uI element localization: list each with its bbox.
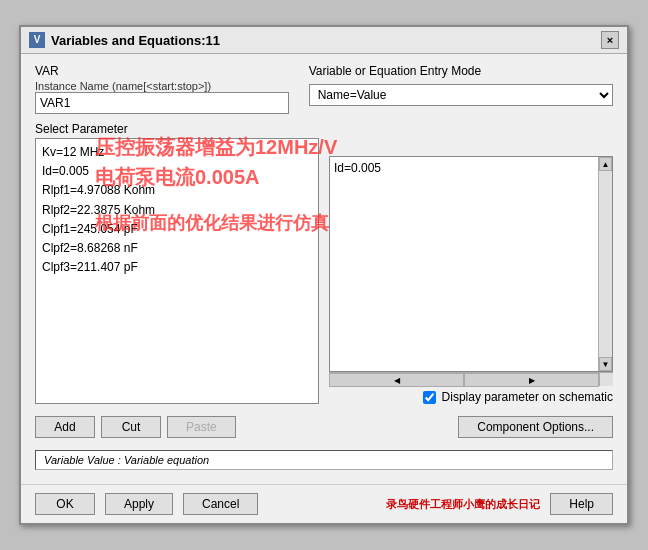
mode-label: Variable or Equation Entry Mode: [309, 64, 613, 78]
list-item[interactable]: Clpf2=8.68268 nF: [40, 239, 314, 258]
list-item[interactable]: Clpf3=211.407 pF: [40, 258, 314, 277]
mid-area: Select Parameter Kv=12 MHz Id=0.005 Rlpf…: [35, 122, 613, 404]
equation-text[interactable]: Id=0.005: [330, 157, 598, 371]
equation-wrapper: Id=0.005 ▲ ▼: [329, 156, 613, 372]
scroll-corner: [599, 372, 613, 386]
dialog-icon: V: [29, 32, 45, 48]
list-item[interactable]: Rlpf1=4.97088 Kohm: [40, 181, 314, 200]
display-checkbox-row: Display parameter on schematic: [329, 390, 613, 404]
scroll-right-btn[interactable]: ▶: [464, 373, 599, 387]
list-item[interactable]: Id=0.005: [40, 162, 314, 181]
list-item[interactable]: Clpf1=245.054 pF: [40, 220, 314, 239]
ok-button[interactable]: OK: [35, 493, 95, 515]
eq-bottom: ◀ ▶: [329, 372, 613, 386]
scroll-left-btn[interactable]: ◀: [329, 373, 464, 387]
dialog-content: VAR Instance Name (name[<start:stop>]) V…: [21, 54, 627, 484]
equation-section: placeholder Id=0.005 ▲ ▼: [329, 122, 613, 404]
close-button[interactable]: ×: [601, 31, 619, 49]
list-item[interactable]: Rlpf2=22.3875 Kohm: [40, 201, 314, 220]
status-bar: Variable Value : Variable equation: [35, 450, 613, 470]
action-buttons-row: Add Cut Paste Component Options...: [35, 416, 613, 438]
eq-scroll-h[interactable]: ◀ ▶: [329, 372, 599, 386]
paste-button[interactable]: Paste: [167, 416, 236, 438]
select-param-label: Select Parameter: [35, 122, 319, 136]
display-checkbox[interactable]: [423, 391, 436, 404]
bottom-buttons: OK Apply Cancel 录鸟硬件工程师小鹰的成长日记 Help: [21, 484, 627, 523]
variables-equations-dialog: V Variables and Equations:11 × VAR Insta…: [19, 25, 629, 525]
scroll-track-v: [599, 171, 612, 357]
apply-button[interactable]: Apply: [105, 493, 173, 515]
mode-select[interactable]: Name=Value Name=Expression Equation: [309, 84, 613, 106]
eq-scroll-v[interactable]: ▲ ▼: [598, 157, 612, 371]
logo-text: 录鸟硬件工程师小鹰的成长日记: [386, 497, 540, 512]
top-row: VAR Instance Name (name[<start:stop>]) V…: [35, 64, 613, 114]
var-label: VAR: [35, 64, 289, 78]
dialog-title: Variables and Equations:11: [51, 33, 220, 48]
display-checkbox-label: Display parameter on schematic: [442, 390, 613, 404]
help-button[interactable]: Help: [550, 493, 613, 515]
mode-section: Variable or Equation Entry Mode Name=Val…: [309, 64, 613, 106]
component-options-button[interactable]: Component Options...: [458, 416, 613, 438]
instance-name-label: Instance Name (name[<start:stop>]): [35, 80, 289, 92]
scroll-down-btn[interactable]: ▼: [599, 357, 612, 371]
params-list[interactable]: Kv=12 MHz Id=0.005 Rlpf1=4.97088 Kohm Rl…: [35, 138, 319, 404]
add-button[interactable]: Add: [35, 416, 95, 438]
cut-button[interactable]: Cut: [101, 416, 161, 438]
scroll-up-btn[interactable]: ▲: [599, 157, 612, 171]
title-bar-left: V Variables and Equations:11: [29, 32, 220, 48]
title-bar: V Variables and Equations:11 ×: [21, 27, 627, 54]
instance-name-input[interactable]: [35, 92, 289, 114]
params-section: Select Parameter Kv=12 MHz Id=0.005 Rlpf…: [35, 122, 319, 404]
equation-value: Id=0.005: [334, 161, 381, 175]
list-item[interactable]: Kv=12 MHz: [40, 143, 314, 162]
cancel-button[interactable]: Cancel: [183, 493, 258, 515]
var-section: VAR Instance Name (name[<start:stop>]): [35, 64, 289, 114]
